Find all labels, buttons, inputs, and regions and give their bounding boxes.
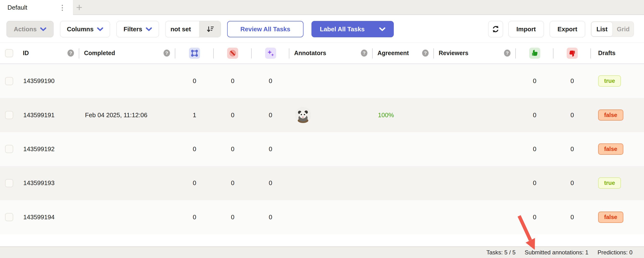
cancelled-annotations-icon <box>227 48 238 59</box>
table-body: 143599190 0 0 0 0 0 <box>0 64 644 234</box>
annotations-count-cell: 1 <box>175 98 214 132</box>
row-checkbox-cell <box>0 64 18 98</box>
select-all-checkbox[interactable] <box>5 49 13 57</box>
agreement-cell: 100% <box>373 98 434 132</box>
draft-badge: true <box>598 177 621 189</box>
columns-button[interactable]: Columns <box>60 21 110 37</box>
completed-cell <box>79 132 175 166</box>
import-label: Import <box>516 26 536 33</box>
task-id-cell: 143599191 <box>18 98 79 132</box>
columns-label: Columns <box>67 26 94 33</box>
table-row[interactable]: 143599194 0 0 0 0 0 <box>0 200 644 234</box>
view-toggle: List Grid <box>591 22 634 37</box>
annotations-icon <box>189 48 200 59</box>
annotators-cell <box>289 166 373 200</box>
row-checkbox[interactable] <box>5 145 13 153</box>
table-header-row: ID ? Completed ? <box>0 43 644 64</box>
tab-menu-button[interactable] <box>58 3 66 12</box>
review-all-tasks-label: Review All Tasks <box>240 26 290 33</box>
review-all-tasks-button[interactable]: Review All Tasks <box>227 21 304 37</box>
table-row[interactable]: 143599193 0 0 0 0 0 <box>0 166 644 200</box>
table-row[interactable]: 143599192 0 0 0 0 0 <box>0 132 644 166</box>
completed-cell <box>79 64 175 98</box>
column-label-id: ID <box>18 50 29 57</box>
select-all-checkbox-cell <box>0 43 18 64</box>
table-row[interactable]: 143599190 0 0 0 0 0 <box>0 64 644 98</box>
task-id-cell: 143599190 <box>18 64 79 98</box>
refresh-button[interactable] <box>488 21 503 37</box>
task-id-cell: 143599192 <box>18 132 79 166</box>
footer-tasks-count: Tasks: 5 / 5 <box>486 249 516 256</box>
actions-label: Actions <box>14 26 36 33</box>
import-button[interactable]: Import <box>508 21 544 37</box>
reviewers-cell <box>434 200 516 234</box>
column-header-annotations[interactable] <box>175 43 214 64</box>
view-grid-button[interactable]: Grid <box>613 26 634 33</box>
row-checkbox[interactable] <box>5 179 13 187</box>
row-checkbox-cell <box>0 132 18 166</box>
sort-direction-button[interactable] <box>199 21 221 37</box>
ordering-button[interactable]: not set <box>165 21 221 37</box>
tab-label: Default <box>0 4 27 11</box>
column-label-annotators: Annotators <box>289 50 326 57</box>
view-list-button[interactable]: List <box>591 22 613 37</box>
help-icon[interactable]: ? <box>422 50 428 57</box>
column-header-drafts[interactable]: Drafts <box>591 43 644 64</box>
column-header-id[interactable]: ID ? <box>18 43 79 64</box>
rejected-count-cell: 0 <box>554 200 591 234</box>
footer-submitted-annotations: Submitted annotations: 1 <box>525 249 588 256</box>
rejected-count-cell: 0 <box>554 166 591 200</box>
label-all-tasks-label: Label All Tasks <box>320 26 364 33</box>
add-tab-button[interactable] <box>74 2 85 13</box>
agreement-cell <box>373 64 434 98</box>
filters-button[interactable]: Filters <box>116 21 159 37</box>
row-checkbox[interactable] <box>5 77 13 85</box>
predictions-icon <box>265 48 276 59</box>
column-header-completed[interactable]: Completed ? <box>79 43 175 64</box>
cancelled-count-cell: 0 <box>214 166 252 200</box>
draft-badge: false <box>598 144 623 155</box>
cancelled-count-cell: 0 <box>214 132 252 166</box>
actions-button[interactable]: Actions <box>6 21 54 37</box>
help-icon[interactable]: ? <box>164 50 170 57</box>
cancelled-count-cell: 0 <box>214 200 252 234</box>
agreement-cell <box>373 132 434 166</box>
column-header-cancelled[interactable] <box>214 43 252 64</box>
column-label-completed: Completed <box>79 50 115 57</box>
toolbar: Actions Columns Filters not set <box>0 15 644 43</box>
annotations-count-cell: 0 <box>175 64 214 98</box>
column-header-annotators[interactable]: Annotators ? <box>289 43 373 64</box>
annotators-cell <box>289 64 373 98</box>
predictions-count-cell: 0 <box>252 98 289 132</box>
help-icon[interactable]: ? <box>68 50 74 57</box>
column-header-reviewers[interactable]: Reviewers ? <box>434 43 516 64</box>
export-button[interactable]: Export <box>550 21 585 37</box>
predictions-count-cell: 0 <box>252 166 289 200</box>
column-label-agreement: Agreement <box>373 50 409 57</box>
accepted-count-cell: 0 <box>516 200 554 234</box>
label-all-tasks-button[interactable]: Label All Tasks <box>312 21 394 37</box>
column-header-agreement[interactable]: Agreement ? <box>373 43 434 64</box>
completed-cell <box>79 166 175 200</box>
row-checkbox[interactable] <box>5 213 13 221</box>
table-row[interactable]: 143599191 Feb 04 2025, 11:12:06 1 0 0 1 <box>0 98 644 132</box>
accepted-count-cell: 0 <box>516 166 554 200</box>
annotator-avatar[interactable] <box>295 107 311 123</box>
row-checkbox-cell <box>0 166 18 200</box>
row-checkbox[interactable] <box>5 111 13 119</box>
help-icon[interactable]: ? <box>504 50 510 57</box>
view-list-label: List <box>596 26 608 33</box>
row-checkbox-cell <box>0 98 18 132</box>
reviewers-cell <box>434 132 516 166</box>
column-header-rejected[interactable] <box>554 43 591 64</box>
annotators-cell <box>289 132 373 166</box>
column-header-predictions[interactable] <box>252 43 289 64</box>
status-footer: Tasks: 5 / 5 Submitted annotations: 1 Pr… <box>0 246 644 258</box>
reviewers-cell <box>434 98 516 132</box>
cancelled-count-cell: 0 <box>214 64 252 98</box>
drafts-cell: false <box>591 200 644 234</box>
help-icon[interactable]: ? <box>361 50 368 57</box>
chevron-down-icon <box>97 27 103 31</box>
column-header-accepted[interactable] <box>516 43 554 64</box>
drafts-cell: true <box>591 64 644 98</box>
